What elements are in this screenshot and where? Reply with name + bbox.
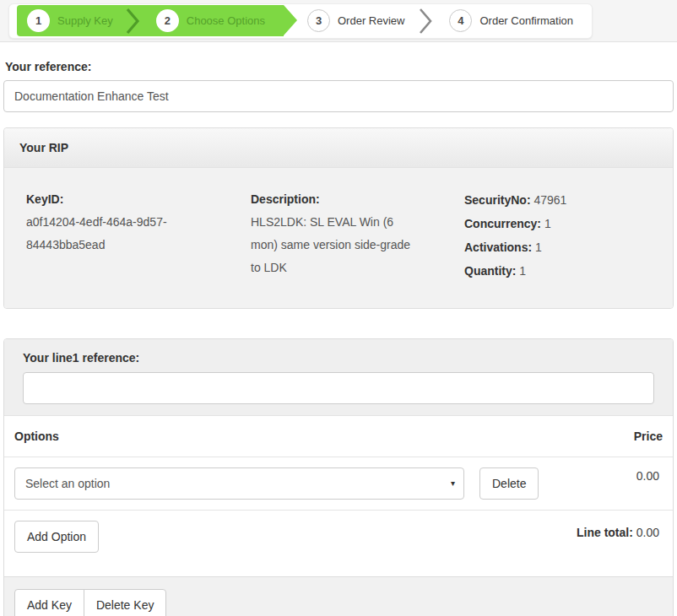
option-row: Select an option ▾ Delete 0.00	[4, 457, 673, 511]
securityno-row: SecurityNo: 47961	[464, 188, 651, 212]
step-label: Choose Options	[187, 14, 265, 27]
options-header: Options	[14, 430, 59, 443]
option-price: 0.00	[636, 469, 663, 483]
select-caret-icon: ▾	[451, 478, 455, 488]
active-steps-arrow	[284, 5, 297, 35]
quantity-label: Quantity:	[464, 264, 516, 278]
chevron-right-icon	[126, 8, 140, 35]
step-number-badge: 2	[156, 9, 179, 32]
options-header-row: Options Price	[4, 416, 673, 457]
wizard-strip: 1 Supply Key 2 Choose Options 3 Order Re…	[0, 0, 677, 42]
concurrency-value: 1	[544, 217, 551, 230]
description-value: HLS2LDK: SL EVAL Win (6 mon) same versio…	[251, 211, 413, 279]
step-label: Order Review	[338, 14, 404, 27]
step-number-badge: 4	[449, 9, 472, 32]
line-total-label: Line total:	[577, 526, 633, 539]
line-total: Line total: 0.00	[577, 521, 663, 539]
securityno-label: SecurityNo:	[464, 193, 531, 207]
step-order-confirmation[interactable]: 4 Order Confirmation	[449, 9, 573, 32]
your-reference-input[interactable]	[3, 80, 674, 112]
step-order-review[interactable]: 3 Order Review	[307, 9, 404, 32]
your-reference-label: Your reference:	[5, 60, 674, 73]
keyid-column: KeyID: a0f14204-4edf-464a-9d57-84443bba5…	[26, 188, 229, 283]
activations-label: Activations:	[464, 240, 532, 254]
rip-panel: Your RIP KeyID: a0f14204-4edf-464a-9d57-…	[3, 127, 674, 309]
line-panel-heading: Your line1 reference:	[4, 339, 673, 416]
line1-reference-label: Your line1 reference:	[23, 351, 654, 365]
keyid-label: KeyID:	[26, 188, 229, 211]
rip-panel-body: KeyID: a0f14204-4edf-464a-9d57-84443bba5…	[4, 168, 673, 308]
option-select-value: Select an option	[25, 477, 110, 490]
price-header: Price	[634, 430, 663, 443]
step-label: Order Confirmation	[479, 14, 573, 27]
option-select[interactable]: Select an option ▾	[14, 467, 464, 500]
concurrency-row: Concurrency: 1	[464, 212, 651, 235]
wizard-stepper: 1 Supply Key 2 Choose Options 3 Order Re…	[8, 3, 593, 39]
delete-key-button[interactable]: Delete Key	[84, 589, 166, 616]
concurrency-label: Concurrency:	[464, 217, 541, 230]
description-label: Description:	[251, 188, 442, 211]
line-total-value: 0.00	[636, 526, 659, 539]
line1-reference-input[interactable]	[23, 372, 654, 404]
line-panel: Your line1 reference: Options Price Sele…	[3, 338, 674, 616]
securityno-value: 47961	[533, 193, 566, 207]
step-number-badge: 1	[27, 9, 50, 32]
step-choose-options[interactable]: 2 Choose Options	[156, 9, 265, 32]
chevron-right-icon	[419, 8, 433, 35]
key-actions-footer: Add Key Delete Key	[4, 576, 673, 616]
keyid-value: a0f14204-4edf-464a-9d57-84443bba5ead	[26, 211, 229, 257]
activations-value: 1	[535, 240, 542, 254]
quantity-row: Quantity: 1	[464, 259, 651, 283]
add-key-button[interactable]: Add Key	[14, 589, 84, 616]
add-option-row: Add Option Line total: 0.00	[4, 511, 673, 576]
key-details-column: SecurityNo: 47961 Concurrency: 1 Activat…	[464, 188, 651, 283]
activations-row: Activations: 1	[464, 235, 651, 259]
step-supply-key[interactable]: 1 Supply Key	[27, 9, 113, 32]
description-column: Description: HLS2LDK: SL EVAL Win (6 mon…	[251, 188, 442, 283]
active-steps-group: 1 Supply Key 2 Choose Options	[17, 5, 284, 36]
add-option-button[interactable]: Add Option	[14, 521, 99, 553]
step-label: Supply Key	[57, 14, 113, 27]
rip-panel-title: Your RIP	[4, 128, 673, 168]
quantity-value: 1	[519, 264, 526, 278]
step-number-badge: 3	[307, 9, 330, 32]
delete-option-button[interactable]: Delete	[479, 467, 539, 500]
